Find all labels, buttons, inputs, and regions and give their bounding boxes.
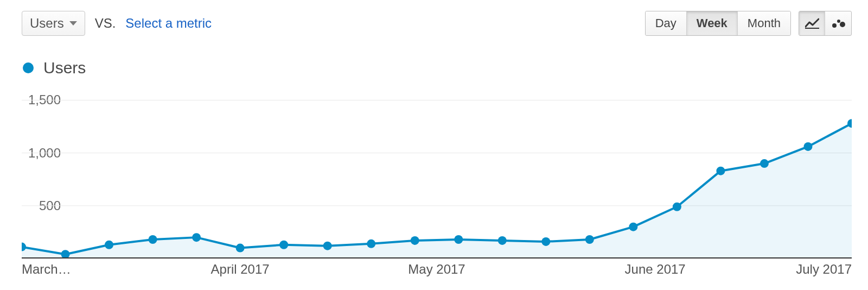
chart-toolbar: Users VS. Select a metric Day Week Month [22, 10, 852, 37]
analytics-chart-panel: Users VS. Select a metric Day Week Month [0, 0, 868, 290]
chart-plot [22, 90, 852, 259]
granularity-month-button[interactable]: Month [738, 11, 790, 35]
svg-point-19 [541, 237, 550, 246]
granularity-day-button[interactable]: Day [646, 11, 687, 35]
compare-metric-link[interactable]: Select a metric [125, 16, 212, 31]
svg-point-23 [716, 167, 725, 175]
x-tick-label: April 2017 [211, 262, 270, 277]
svg-point-10 [149, 235, 157, 244]
svg-point-2 [837, 20, 840, 23]
svg-point-17 [454, 235, 463, 244]
chart-area: 1,5001,000500 March…April 2017May 2017Ju… [22, 90, 852, 280]
x-tick-label: March… [22, 262, 71, 277]
svg-point-1 [832, 23, 837, 28]
svg-point-9 [105, 241, 113, 249]
x-tick-label: May 2017 [408, 262, 465, 277]
primary-metric-label: Users [30, 16, 64, 31]
svg-point-15 [367, 239, 375, 248]
x-axis: March…April 2017May 2017June 2017July 20… [22, 259, 852, 280]
granularity-segmented-control: Day Week Month [645, 11, 791, 36]
x-tick-label: June 2017 [625, 262, 686, 277]
primary-metric-dropdown[interactable]: Users [22, 11, 85, 36]
svg-point-12 [236, 244, 245, 253]
svg-point-11 [192, 233, 201, 242]
legend-series-dot [23, 62, 34, 73]
svg-point-22 [673, 203, 681, 211]
svg-point-3 [840, 22, 845, 27]
motion-chart-icon [831, 18, 845, 29]
line-chart-button[interactable] [799, 11, 825, 35]
chart-controls-right: Day Week Month [645, 11, 852, 36]
svg-point-21 [629, 223, 637, 231]
svg-point-13 [279, 241, 288, 249]
svg-point-18 [498, 236, 507, 245]
svg-point-20 [585, 235, 594, 244]
svg-point-24 [760, 159, 769, 168]
svg-point-8 [61, 250, 70, 259]
granularity-week-button[interactable]: Week [687, 11, 738, 35]
line-chart-icon [805, 18, 819, 29]
chart-legend: Users [22, 59, 852, 77]
chart-type-toggle [799, 11, 852, 36]
x-tick-label: July 2017 [796, 262, 852, 277]
svg-point-16 [411, 236, 419, 245]
svg-point-14 [323, 242, 332, 250]
motion-chart-button[interactable] [825, 11, 851, 35]
svg-point-25 [803, 142, 812, 151]
chevron-down-icon [69, 21, 77, 26]
legend-series-label: Users [43, 59, 86, 77]
vs-label: VS. [95, 16, 116, 31]
metric-selector-group: Users VS. Select a metric [22, 11, 212, 36]
